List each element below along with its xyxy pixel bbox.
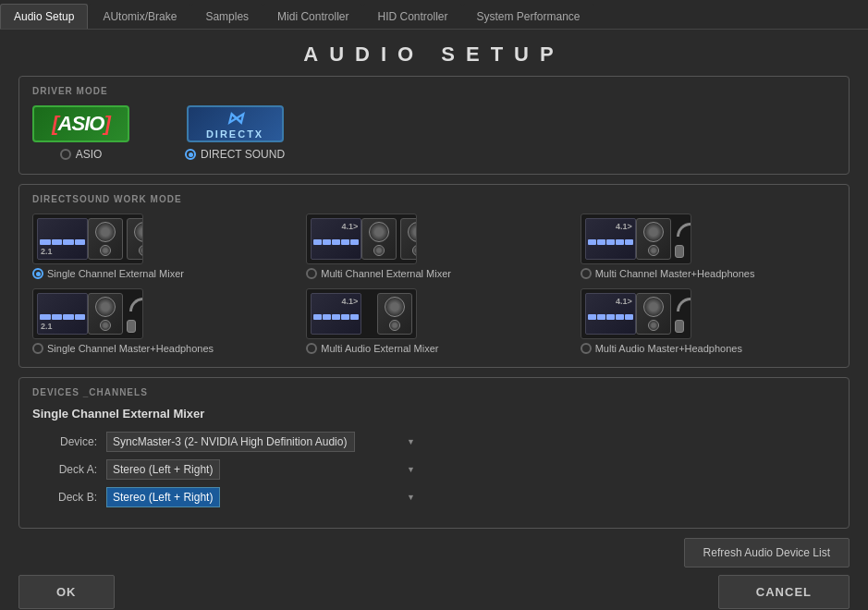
tab-samples[interactable]: Samples [191, 4, 263, 29]
asio-logo: [ASIO] [32, 105, 129, 142]
refresh-button[interactable]: Refresh Audio Device List [684, 538, 850, 567]
option-multi-external-img: 4.1> [306, 214, 417, 264]
bottom-area: OK Refresh Audio Device List CANCEL [18, 538, 850, 610]
single-external-radio[interactable] [32, 268, 43, 279]
work-mode-label: DIRECTSOUND WORK MODE [32, 194, 836, 204]
device-row: Device: SyncMaster-3 (2- NVIDIA High Def… [32, 432, 836, 452]
tab-bar: Audio Setup AUtomix/Brake Samples Midi C… [0, 0, 868, 30]
deck-b-select-wrapper: Stereo (Left + Right)Mono LeftMono Right [106, 487, 421, 507]
device-select-wrapper: SyncMaster-3 (2- NVIDIA High Definition … [106, 432, 421, 452]
device-select[interactable]: SyncMaster-3 (2- NVIDIA High Definition … [106, 432, 355, 452]
page-title: AUDIO SETUP [18, 30, 850, 76]
option-multi-audio-master-hp-img: 4.1> [581, 288, 691, 339]
multi-external-radio[interactable] [306, 268, 317, 279]
option-multi-external-label[interactable]: Multi Channel External Mixer [306, 268, 451, 279]
driver-mode-section: DRIVER MODE [ASIO] ASIO ⋈ DIRECTX [18, 76, 850, 175]
tab-system-performance[interactable]: System Performance [463, 4, 594, 29]
deck-b-row: Deck B: Stereo (Left + Right)Mono LeftMo… [32, 487, 836, 507]
multi-audio-ext-radio[interactable] [306, 343, 317, 354]
option-multi-master-hp[interactable]: 4.1> [581, 214, 836, 279]
tab-midi-controller[interactable]: Midi Controller [263, 4, 362, 29]
devices-section-label: DEVICES _CHANNELS [32, 387, 836, 397]
multi-audio-master-hp-radio[interactable] [581, 343, 592, 354]
directx-logo: ⋈ DIRECTX [187, 105, 284, 142]
multi-master-hp-radio[interactable] [581, 268, 592, 279]
option-single-master-hp-img: 2.1 [32, 288, 143, 339]
work-mode-grid: 2.1 [32, 214, 836, 354]
work-mode-section: DIRECTSOUND WORK MODE 2.1 [18, 184, 850, 368]
deck-b-select[interactable]: Stereo (Left + Right)Mono LeftMono Right [106, 487, 220, 507]
main-content: AUDIO SETUP DRIVER MODE [ASIO] ASIO ⋈ DI… [0, 30, 868, 610]
single-master-hp-radio[interactable] [32, 343, 43, 354]
driver-mode-label: DRIVER MODE [32, 86, 836, 96]
option-multi-master-hp-img: 4.1> [581, 214, 691, 264]
device-label: Device: [32, 435, 97, 448]
cancel-button[interactable]: CANCEL [718, 575, 850, 609]
option-single-master-hp[interactable]: 2.1 [32, 288, 287, 354]
tab-hid-controller[interactable]: HID Controller [363, 4, 461, 29]
asio-option[interactable]: [ASIO] ASIO [32, 105, 129, 161]
selected-mode-title: Single Channel External Mixer [32, 407, 836, 421]
option-single-external-img: 2.1 [32, 214, 143, 264]
option-single-external[interactable]: 2.1 [32, 214, 287, 279]
directsound-radio-label[interactable]: DIRECT SOUND [185, 148, 285, 161]
deck-a-select[interactable]: Stereo (Left + Right)Mono LeftMono Right [106, 459, 220, 480]
asio-radio[interactable] [60, 149, 71, 160]
ok-button[interactable]: OK [18, 575, 115, 609]
option-multi-master-hp-label[interactable]: Multi Channel Master+Headphones [581, 268, 755, 279]
deck-a-select-wrapper: Stereo (Left + Right)Mono LeftMono Right [106, 459, 421, 480]
directsound-radio[interactable] [185, 149, 196, 160]
driver-mode-options: [ASIO] ASIO ⋈ DIRECTX DIRECT SOUND [32, 105, 836, 161]
option-multi-audio-master-hp-label[interactable]: Multi Audio Master+Headphones [581, 343, 742, 354]
devices-channels-section: DEVICES _CHANNELS Single Channel Externa… [18, 377, 850, 529]
option-multi-audio-ext-label[interactable]: Multi Audio External Mixer [306, 343, 438, 354]
deck-a-row: Deck A: Stereo (Left + Right)Mono LeftMo… [32, 459, 836, 480]
tab-audio-setup[interactable]: Audio Setup [0, 4, 88, 29]
option-single-master-hp-label[interactable]: Single Channel Master+Headphones [32, 343, 214, 354]
option-single-external-label[interactable]: Single Channel External Mixer [32, 268, 184, 279]
option-multi-audio-ext-img: 4.1> [306, 288, 417, 339]
right-buttons: Refresh Audio Device List CANCEL [684, 538, 850, 609]
option-multi-audio-ext[interactable]: 4.1> Multi Audio External Mixer [306, 288, 561, 354]
directsound-option[interactable]: ⋈ DIRECTX DIRECT SOUND [185, 105, 285, 161]
tab-automix[interactable]: AUtomix/Brake [89, 4, 190, 29]
option-multi-audio-master-hp[interactable]: 4.1> [581, 288, 836, 354]
option-multi-external[interactable]: 4.1> [306, 214, 561, 279]
deck-a-label: Deck A: [32, 463, 97, 476]
deck-b-label: Deck B: [32, 491, 97, 504]
asio-radio-label[interactable]: ASIO [60, 148, 103, 161]
